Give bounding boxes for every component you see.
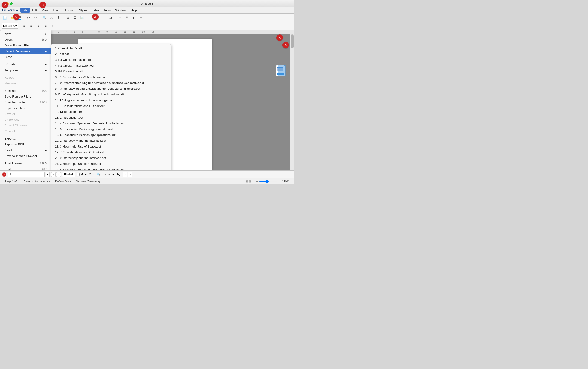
undo-btn[interactable]: ↩ (25, 15, 31, 21)
macro-btn[interactable]: ▶ (131, 15, 137, 21)
menu-item-save-as[interactable]: Speichern unter... ⇧⌘S (0, 99, 51, 105)
navigate-next-btn[interactable]: ∨ (128, 172, 132, 177)
menu-insert[interactable]: Insert (50, 8, 63, 13)
menu-item-checkout: Check Out (0, 117, 51, 123)
zoom-level: 110% (282, 180, 289, 183)
recent-doc-item-15[interactable]: 15. 5 Responsive Positioning Semantics.o… (51, 126, 171, 132)
menu-edit[interactable]: Edit (30, 8, 39, 13)
toolbar-sep-3 (63, 15, 63, 20)
menu-tools[interactable]: Tools (101, 8, 113, 13)
textbox-btn[interactable]: T (86, 15, 92, 21)
find-all-btn[interactable]: Find All (62, 172, 75, 177)
cross-ref-btn[interactable]: ⇔ (116, 15, 123, 21)
recent-doc-item-2[interactable]: 2. Test.odt (51, 51, 171, 57)
recent-doc-item-9[interactable]: 9. P1 Wertgeleitete Gestaltung und Leitk… (51, 92, 171, 97)
recent-doc-item-16[interactable]: 16. 6 Responsive Positioning Application… (51, 132, 171, 138)
recent-doc-item-14[interactable]: 14. 4 Structured Space and Semantic Posi… (51, 121, 171, 126)
menu-item-save[interactable]: Speichern ⌘S (0, 88, 51, 94)
menu-table[interactable]: Table (90, 8, 101, 13)
recent-doc-item-22[interactable]: 22. 4 Structured Space and Semantic Posi… (51, 167, 171, 170)
menu-item-export[interactable]: Export... (0, 136, 51, 142)
recent-doc-item-18[interactable]: 18. 3 Meaningful Use of Space.odt (51, 144, 171, 149)
find-next-btn[interactable]: ∨ (56, 172, 61, 177)
chart-btn[interactable]: 📊 (79, 15, 85, 21)
align-left-btn[interactable]: ≡ (21, 23, 28, 29)
match-case-checkbox[interactable] (77, 173, 80, 176)
find-close-btn[interactable]: × (2, 173, 6, 177)
field-btn[interactable]: ≝ (124, 15, 130, 21)
navigate-prev-btn[interactable]: ∧ (123, 172, 127, 177)
special-char-btn[interactable]: Ω (108, 15, 114, 21)
layout-icon-1[interactable]: ⊞ (245, 180, 248, 183)
table-btn[interactable]: ⊞ (64, 15, 71, 21)
menu-window[interactable]: Window (113, 8, 128, 13)
main-toolbar: 📄 📁 💾 ↩ ↪ 🔍 A ¶ ⊞ 🖼 📊 T — ≡ Ω ⇔ ≝ ▶ » (0, 14, 294, 22)
align-right-btn[interactable]: ≡ (35, 23, 42, 29)
current-style: Default Style (55, 180, 71, 183)
menubar: LibreOffice File Edit View Insert Format… (0, 7, 294, 14)
find-magnifier-icon: 🔍 (97, 173, 101, 176)
align-center-btn[interactable]: ≡ (28, 23, 35, 29)
content-area: 12345 678910 11121314 New ▶ Open... ⌘O O… (0, 30, 294, 170)
recent-doc-item-5[interactable]: 5. P4 Konvention.odt (51, 68, 171, 74)
recent-doc-item-21[interactable]: 21. 3 Meaningful Use of Space.odt (51, 161, 171, 167)
expand-btn[interactable]: » (138, 15, 144, 21)
menu-styles[interactable]: Styles (77, 8, 90, 13)
recent-doc-item-4[interactable]: 4. P2 Objekt-Präsentation.odt (51, 63, 171, 68)
image-btn[interactable]: 🖼 (72, 15, 78, 21)
style-dropdown[interactable]: Default S ▾ (2, 23, 19, 29)
menu-item-web-preview[interactable]: Preview in Web Browser (0, 153, 51, 159)
menu-item-save-copy[interactable]: Kopie speichern... (0, 105, 51, 111)
menu-item-open-remote[interactable]: Open Remote File... (0, 42, 51, 48)
redo-btn[interactable]: ↪ (32, 15, 39, 21)
menu-view[interactable]: View (39, 8, 50, 13)
menu-item-open[interactable]: Open... ⌘O (0, 37, 51, 42)
page-count: Page 1 of 1 (5, 180, 19, 183)
recent-doc-item-20[interactable]: 20. 2 Interactivity and the Interface.od… (51, 155, 171, 161)
menu-item-wizards[interactable]: Wizards ▶ (0, 62, 51, 67)
layout-icon-2[interactable]: ⊟ (249, 180, 252, 183)
recent-doc-item-6[interactable]: 6. T1 Architektur der Wahrnehmung.odt (51, 74, 171, 80)
maximize-button[interactable] (10, 2, 13, 5)
menu-item-recent[interactable]: Recent Documents ▶ (0, 48, 51, 54)
recent-doc-item-7[interactable]: 7. T2 Differenzerfahrung und Artefakte a… (51, 80, 171, 86)
find-input[interactable] (8, 172, 45, 177)
find-prev-btn[interactable]: ∧ (51, 172, 56, 177)
menu-item-templates[interactable]: Templates ▶ (0, 67, 51, 73)
menu-item-save-remote[interactable]: Save Remote File... (0, 94, 51, 99)
menu-item-send[interactable]: Send ▶ (0, 147, 51, 153)
new-doc-btn[interactable]: 📄 (2, 15, 8, 21)
templates-arrow-icon: ▶ (45, 69, 47, 72)
recent-doc-item-13[interactable]: 13. 1 Introduction.odt (51, 115, 171, 121)
menu-format[interactable]: Format (63, 8, 77, 13)
menu-item-export-pdf[interactable]: Export as PDF... (0, 142, 51, 147)
recent-doc-item-11[interactable]: 11. 7 Considerations and Outlook.odt (51, 103, 171, 109)
format-expand-btn[interactable]: » (50, 23, 56, 29)
font-color-btn[interactable]: A (48, 15, 55, 21)
menu-item-print-preview[interactable]: Print Preview ⇧⌘O (0, 160, 51, 166)
recent-doc-item-10[interactable]: 10. E1 Abgrenzungen und Einordnungen.odt (51, 97, 171, 103)
justify-btn[interactable]: ≡ (42, 23, 49, 29)
para-btn[interactable]: ¶ (55, 15, 62, 21)
recent-doc-item-8[interactable]: 8. T3 Interaktivität und Entwicklung der… (51, 86, 171, 92)
menu-item-close[interactable]: Close (0, 54, 51, 60)
scrollbar-thumb[interactable] (291, 34, 294, 48)
find-btn[interactable]: 🔍 (41, 15, 48, 21)
menu-item-print[interactable]: Print... ⌘P (0, 166, 51, 170)
align-btn[interactable]: ≡ (100, 15, 107, 21)
recent-doc-item-12[interactable]: 12. Dissertation.odm (51, 109, 171, 115)
zoom-slider[interactable] (259, 180, 278, 183)
recent-doc-item-3[interactable]: 3. P3 Objekt-Interaktion.odt (51, 57, 171, 63)
recent-doc-item-1[interactable]: 1. Chronik Jan 5.odt (51, 45, 171, 51)
document-icon (275, 64, 287, 77)
recent-doc-item-17[interactable]: 17. 2 Interactivity and the Interface.od… (51, 138, 171, 144)
vertical-scrollbar[interactable] (290, 30, 294, 170)
menu-help[interactable]: Help (128, 8, 139, 13)
zoom-minus-btn[interactable]: − (256, 180, 258, 183)
zoom-plus-btn[interactable]: + (279, 180, 281, 183)
recent-doc-item-19[interactable]: 19. 7 Considerations and Outlook.odt (51, 149, 171, 155)
menu-file[interactable]: File (20, 8, 30, 13)
find-dropdown[interactable]: ▾ (46, 172, 50, 177)
navigate-arrows: ∧ ∨ (123, 172, 132, 177)
menu-item-new[interactable]: New ▶ (0, 31, 51, 37)
